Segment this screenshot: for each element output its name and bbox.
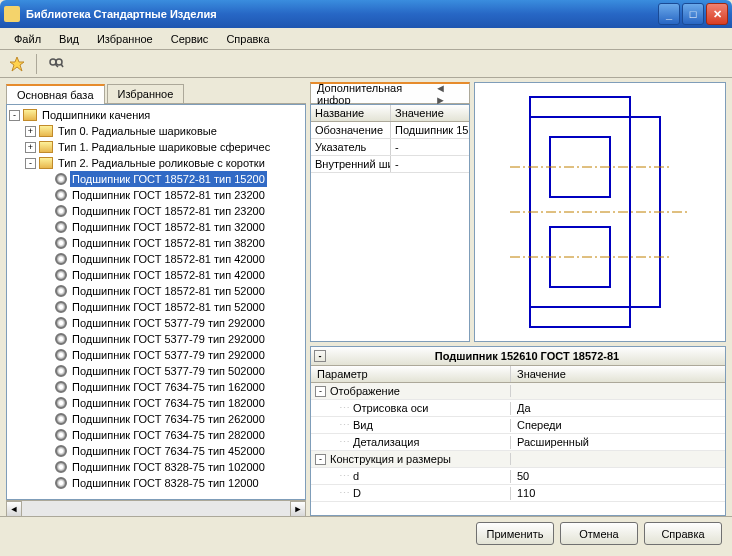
tree-item-label: Подшипник ГОСТ 5377-79 тип 292000 [70, 347, 267, 363]
param-row[interactable]: ⋯ВидСпереди [311, 417, 725, 434]
menu-view[interactable]: Вид [51, 31, 87, 47]
bearing-icon [55, 189, 67, 201]
tab-nav-left-icon[interactable]: ◄ [433, 82, 448, 94]
footer: Применить Отмена Справка [0, 516, 732, 550]
tree-item[interactable]: Подшипник ГОСТ 18572-81 тип 23200 [9, 187, 303, 203]
param-name: Вид [353, 419, 373, 431]
tree-item-label: Подшипник ГОСТ 7634-75 тип 162000 [70, 379, 267, 395]
tree-item-label: Подшипник ГОСТ 18572-81 тип 42000 [70, 251, 267, 267]
param-group[interactable]: -Конструкция и размеры [311, 451, 725, 468]
info-row: Внутренний ши- [311, 156, 469, 173]
tree-item-label: Подшипник ГОСТ 18572-81 тип 42000 [70, 267, 267, 283]
horizontal-scrollbar[interactable]: ◄ ► [6, 500, 306, 516]
tree-item[interactable]: Подшипник ГОСТ 7634-75 тип 452000 [9, 443, 303, 459]
info-cell-value: Подшипник 15: [391, 122, 469, 138]
tree-item[interactable]: Подшипник ГОСТ 18572-81 тип 15200 [9, 171, 303, 187]
expand-all-icon[interactable]: - [314, 350, 326, 362]
scroll-left-button[interactable]: ◄ [6, 501, 22, 517]
expander-icon[interactable]: - [25, 158, 36, 169]
tree-item[interactable]: -Подшипники качения [9, 107, 303, 123]
tab-main-base[interactable]: Основная база [6, 84, 105, 104]
param-group[interactable]: -Отображение [311, 383, 725, 400]
tab-additional-info[interactable]: Дополнительная инфор ◄ ► [310, 82, 470, 103]
left-tabs: Основная база Избранное [6, 82, 306, 104]
param-row[interactable]: ⋯d50 [311, 468, 725, 485]
folder-icon [39, 125, 53, 137]
menu-service[interactable]: Сервис [163, 31, 217, 47]
expander-icon[interactable]: - [9, 110, 20, 121]
info-cell-name: Обозначение [311, 122, 391, 138]
tab-nav: ◄ ► [433, 82, 463, 106]
folder-icon [23, 109, 37, 121]
bearing-icon [55, 221, 67, 233]
params-header-value: Значение [511, 366, 725, 382]
expander-icon[interactable]: - [315, 386, 326, 397]
info-grid: Название Значение ОбозначениеПодшипник 1… [310, 104, 470, 342]
app-icon [4, 6, 20, 22]
tree-item[interactable]: -Тип 2. Радиальные роликовые с коротки [9, 155, 303, 171]
scroll-right-button[interactable]: ► [290, 501, 306, 517]
scroll-track[interactable] [22, 501, 290, 516]
tree-item[interactable]: +Тип 1. Радиальные шариковые сферичес [9, 139, 303, 155]
tree-item-label: Подшипник ГОСТ 18572-81 тип 38200 [70, 235, 267, 251]
find-icon[interactable] [45, 53, 67, 75]
bearing-icon [55, 333, 67, 345]
bearing-icon [55, 349, 67, 361]
parameters-panel: - Подшипник 152610 ГОСТ 18572-81 Парамет… [310, 346, 726, 516]
tree-item[interactable]: Подшипник ГОСТ 8328-75 тип 12000 [9, 475, 303, 491]
param-row[interactable]: ⋯D110 [311, 485, 725, 502]
bearing-icon [55, 269, 67, 281]
tree-item[interactable]: +Тип 0. Радиальные шариковые [9, 123, 303, 139]
tree-item[interactable]: Подшипник ГОСТ 7634-75 тип 162000 [9, 379, 303, 395]
help-button[interactable]: Справка [644, 522, 722, 545]
tree-item-label: Подшипник ГОСТ 5377-79 тип 502000 [70, 363, 267, 379]
drawing-preview [474, 82, 726, 342]
apply-button[interactable]: Применить [476, 522, 554, 545]
tree-item-label: Тип 1. Радиальные шариковые сферичес [56, 139, 272, 155]
expander-icon[interactable]: - [315, 454, 326, 465]
param-row[interactable]: ⋯Отрисовка осиДа [311, 400, 725, 417]
tab-favorites[interactable]: Избранное [107, 84, 185, 103]
minimize-button[interactable]: _ [658, 3, 680, 25]
menu-favorites[interactable]: Избранное [89, 31, 161, 47]
param-name: d [353, 470, 359, 482]
tree-item[interactable]: Подшипник ГОСТ 5377-79 тип 292000 [9, 315, 303, 331]
tree-item-label: Подшипник ГОСТ 5377-79 тип 292000 [70, 315, 267, 331]
favorite-icon[interactable] [6, 53, 28, 75]
menu-file[interactable]: Файл [6, 31, 49, 47]
tree-view[interactable]: -Подшипники качения+Тип 0. Радиальные ша… [6, 104, 306, 500]
bearing-icon [55, 173, 67, 185]
info-header-name: Название [311, 105, 391, 121]
close-button[interactable]: ✕ [706, 3, 728, 25]
tree-item[interactable]: Подшипник ГОСТ 18572-81 тип 23200 [9, 203, 303, 219]
param-row[interactable]: ⋯ДетализацияРасширенный [311, 434, 725, 451]
param-value: Расширенный [511, 436, 725, 448]
tree-item[interactable]: Подшипник ГОСТ 18572-81 тип 38200 [9, 235, 303, 251]
tree-item[interactable]: Подшипник ГОСТ 18572-81 тип 42000 [9, 267, 303, 283]
bearing-icon [55, 237, 67, 249]
tree-item[interactable]: Подшипник ГОСТ 5377-79 тип 292000 [9, 347, 303, 363]
tree-item[interactable]: Подшипник ГОСТ 18572-81 тип 32000 [9, 219, 303, 235]
info-cell-value: - [391, 139, 469, 155]
tree-item[interactable]: Подшипник ГОСТ 18572-81 тип 42000 [9, 251, 303, 267]
tree-item[interactable]: Подшипник ГОСТ 8328-75 тип 102000 [9, 459, 303, 475]
cancel-button[interactable]: Отмена [560, 522, 638, 545]
params-header-param: Параметр [311, 366, 511, 382]
bearing-icon [55, 253, 67, 265]
tree-item[interactable]: Подшипник ГОСТ 18572-81 тип 52000 [9, 299, 303, 315]
tree-item-label: Подшипник ГОСТ 18572-81 тип 23200 [70, 203, 267, 219]
expander-icon[interactable]: + [25, 126, 36, 137]
tree-item[interactable]: Подшипник ГОСТ 5377-79 тип 502000 [9, 363, 303, 379]
tree-item[interactable]: Подшипник ГОСТ 7634-75 тип 262000 [9, 411, 303, 427]
bearing-icon [55, 429, 67, 441]
tree-item[interactable]: Подшипник ГОСТ 7634-75 тип 182000 [9, 395, 303, 411]
tree-item-label: Тип 0. Радиальные шариковые [56, 123, 219, 139]
expander-icon[interactable]: + [25, 142, 36, 153]
maximize-button[interactable]: □ [682, 3, 704, 25]
menu-help[interactable]: Справка [218, 31, 277, 47]
tree-item-label: Подшипник ГОСТ 18572-81 тип 32000 [70, 219, 267, 235]
tree-item[interactable]: Подшипник ГОСТ 18572-81 тип 52000 [9, 283, 303, 299]
tree-item[interactable]: Подшипник ГОСТ 5377-79 тип 292000 [9, 331, 303, 347]
window-title: Библиотека Стандартные Изделия [26, 8, 656, 20]
tree-item[interactable]: Подшипник ГОСТ 7634-75 тип 282000 [9, 427, 303, 443]
